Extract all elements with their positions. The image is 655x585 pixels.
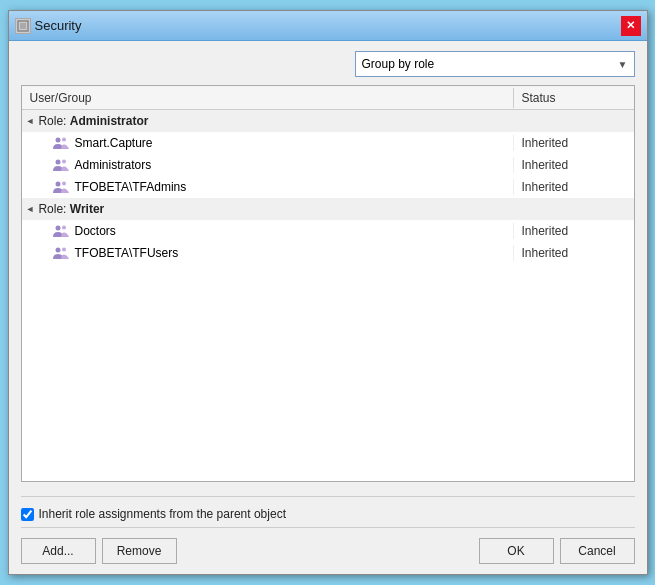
user-cell: TFOBETA\TFAdmins <box>22 179 514 195</box>
user-cell: Administrators <box>22 157 514 173</box>
user-cell: Smart.Capture <box>22 135 514 151</box>
svg-rect-1 <box>20 23 26 29</box>
inherit-checkbox-row: Inherit role assignments from the parent… <box>21 501 635 527</box>
collapse-icon: ◄ <box>26 116 35 126</box>
status-cell: Inherited <box>514 179 634 195</box>
remove-button[interactable]: Remove <box>102 538 177 564</box>
user-name: Smart.Capture <box>75 136 153 150</box>
user-name: Doctors <box>75 224 116 238</box>
role-row-writer[interactable]: ◄ Role: Writer <box>22 198 634 220</box>
user-group-icon <box>52 180 70 194</box>
role-label: Role: Writer <box>38 202 104 216</box>
svg-point-11 <box>62 248 66 252</box>
table-row[interactable]: Smart.Capture Inherited <box>22 132 634 154</box>
dialog-content: Group by role ▼ User/Group Status ◄ Role… <box>9 41 647 574</box>
close-button[interactable]: ✕ <box>621 16 641 36</box>
button-right-group: OK Cancel <box>479 538 635 564</box>
dropdown-row: Group by role ▼ <box>21 51 635 77</box>
user-cell: Doctors <box>22 223 514 239</box>
svg-point-10 <box>55 248 60 253</box>
table-row[interactable]: TFOBETA\TFUsers Inherited <box>22 242 634 264</box>
groupby-label: Group by role <box>362 57 435 71</box>
user-group-icon <box>52 224 70 238</box>
svg-point-2 <box>55 138 60 143</box>
table-row[interactable]: Administrators Inherited <box>22 154 634 176</box>
divider2 <box>21 527 635 528</box>
user-group-icon <box>52 158 70 172</box>
table-header: User/Group Status <box>22 86 634 110</box>
table-row[interactable]: TFOBETA\TFAdmins Inherited <box>22 176 634 198</box>
role-name-writer: Writer <box>70 202 104 216</box>
table-row[interactable]: Doctors Inherited <box>22 220 634 242</box>
title-bar: Security ✕ <box>9 11 647 41</box>
user-group-icon <box>52 136 70 150</box>
bottom-area: Inherit role assignments from the parent… <box>21 490 635 564</box>
status-cell: Inherited <box>514 135 634 151</box>
col-header-name: User/Group <box>22 88 514 108</box>
role-label: Role: Administrator <box>38 114 148 128</box>
user-group-table: User/Group Status ◄ Role: Administrator <box>21 85 635 482</box>
collapse-icon: ◄ <box>26 204 35 214</box>
col-header-status: Status <box>514 88 634 108</box>
svg-point-7 <box>62 182 66 186</box>
window-icon <box>15 18 31 34</box>
add-button[interactable]: Add... <box>21 538 96 564</box>
svg-point-6 <box>55 182 60 187</box>
groupby-dropdown[interactable]: Group by role ▼ <box>355 51 635 77</box>
button-left-group: Add... Remove <box>21 538 177 564</box>
inherit-checkbox[interactable] <box>21 508 34 521</box>
ok-button[interactable]: OK <box>479 538 554 564</box>
user-name: TFOBETA\TFAdmins <box>75 180 187 194</box>
user-name: TFOBETA\TFUsers <box>75 246 179 260</box>
title-bar-left: Security <box>15 18 82 34</box>
svg-point-9 <box>62 226 66 230</box>
divider <box>21 496 635 497</box>
dialog-title: Security <box>35 18 82 33</box>
svg-point-8 <box>55 226 60 231</box>
status-cell: Inherited <box>514 245 634 261</box>
role-name-administrator: Administrator <box>70 114 149 128</box>
inherit-label[interactable]: Inherit role assignments from the parent… <box>39 507 286 521</box>
svg-point-5 <box>62 160 66 164</box>
status-cell: Inherited <box>514 157 634 173</box>
user-name: Administrators <box>75 158 152 172</box>
button-row: Add... Remove OK Cancel <box>21 532 635 564</box>
user-cell: TFOBETA\TFUsers <box>22 245 514 261</box>
dropdown-arrow-icon: ▼ <box>618 59 628 70</box>
svg-point-4 <box>55 160 60 165</box>
user-group-icon <box>52 246 70 260</box>
status-cell: Inherited <box>514 223 634 239</box>
svg-point-3 <box>62 138 66 142</box>
cancel-button[interactable]: Cancel <box>560 538 635 564</box>
security-dialog: Security ✕ Group by role ▼ User/Group St… <box>8 10 648 575</box>
role-row-administrator[interactable]: ◄ Role: Administrator <box>22 110 634 132</box>
